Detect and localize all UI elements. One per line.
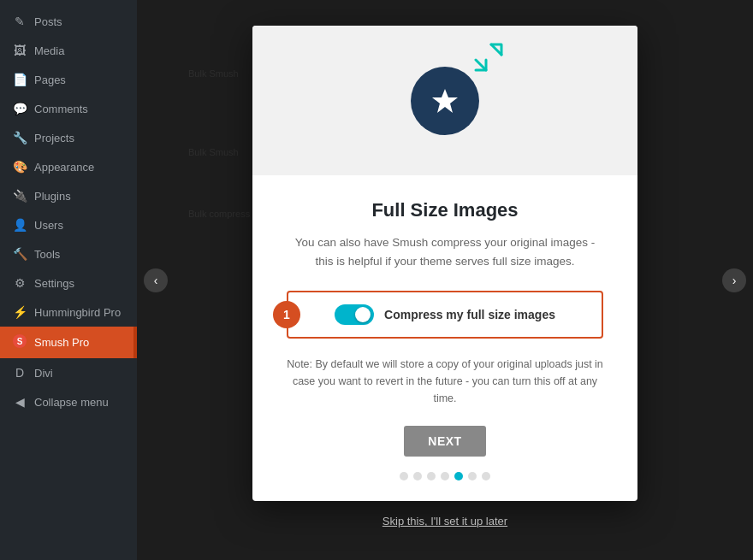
sidebar-item-media[interactable]: 🖼 Media: [0, 36, 137, 65]
sidebar-item-label: Projects: [34, 132, 74, 144]
sidebar-item-posts[interactable]: ✎ Posts: [0, 7, 137, 36]
main-content: Bulk Smush Bulk Smush Bulk compress imag…: [137, 0, 753, 560]
settings-icon: ⚙: [12, 276, 27, 290]
sidebar: ✎ Posts 🖼 Media 📄 Pages 💬 Comments 🔧 Pro…: [0, 0, 137, 560]
toggle-track[interactable]: [335, 304, 374, 325]
collapse-icon: ◀: [12, 395, 27, 409]
compress-toggle[interactable]: [335, 304, 374, 325]
svg-line-3: [491, 44, 501, 55]
sidebar-item-divi[interactable]: D Divi: [0, 358, 137, 387]
toggle-thumb: [355, 307, 371, 322]
plugins-icon: 🔌: [12, 189, 27, 203]
sidebar-item-label: Posts: [34, 15, 62, 28]
step-badge: 1: [273, 301, 300, 328]
progress-dot-2[interactable]: [413, 472, 422, 480]
pages-icon: 📄: [12, 73, 27, 86]
sidebar-item-appearance[interactable]: 🎨 Appearance: [0, 152, 137, 181]
next-arrow[interactable]: ›: [722, 268, 746, 292]
sidebar-item-label: Hummingbird Pro: [34, 306, 121, 319]
modal-title: Full Size Images: [287, 199, 603, 221]
projects-icon: 🔧: [12, 131, 27, 144]
sidebar-item-plugins[interactable]: 🔌 Plugins: [0, 181, 137, 210]
sidebar-item-collapse-menu[interactable]: ◀ Collapse menu: [0, 387, 137, 416]
progress-dot-3[interactable]: [427, 472, 436, 480]
modal-overlay: ‹ ›: [137, 0, 753, 560]
setup-modal: Full Size Images You can also have Smush…: [252, 26, 637, 501]
sidebar-item-label: Tools: [34, 248, 60, 261]
modal-body: Full Size Images You can also have Smush…: [252, 175, 637, 501]
prev-arrow[interactable]: ‹: [144, 268, 168, 292]
progress-dot-7[interactable]: [482, 472, 490, 480]
svg-text:S: S: [17, 337, 23, 346]
sidebar-item-pages[interactable]: 📄 Pages: [0, 65, 137, 94]
progress-dot-1[interactable]: [400, 472, 408, 480]
progress-dots: [287, 472, 603, 480]
sidebar-item-label: Users: [34, 219, 63, 232]
divi-icon: D: [12, 366, 27, 380]
sidebar-item-users[interactable]: 👤 Users: [0, 210, 137, 239]
sidebar-item-label: Divi: [34, 367, 53, 380]
hummingbird-icon: ⚡: [12, 305, 27, 319]
sidebar-item-label: Appearance: [34, 161, 94, 174]
svg-marker-2: [432, 89, 458, 113]
progress-dot-5[interactable]: [454, 472, 463, 480]
toggle-row: 1 Compress my full size images: [287, 291, 603, 339]
progress-dot-4[interactable]: [441, 472, 449, 480]
sidebar-item-label: Collapse menu: [34, 396, 109, 409]
smush-icon: S: [12, 334, 27, 351]
toggle-label: Compress my full size images: [384, 308, 555, 321]
sidebar-item-label: Settings: [34, 277, 74, 290]
sidebar-item-settings[interactable]: ⚙ Settings: [0, 268, 137, 298]
header-icon-circle: [411, 67, 479, 135]
sidebar-item-smush-pro[interactable]: S Smush Pro: [0, 327, 137, 358]
media-icon: 🖼: [12, 44, 27, 57]
modal-header: [252, 26, 637, 175]
sidebar-item-label: Pages: [34, 74, 66, 86]
sidebar-item-tools[interactable]: 🔨 Tools: [0, 239, 137, 268]
progress-dot-6[interactable]: [468, 472, 477, 480]
comments-icon: 💬: [12, 102, 27, 115]
next-button[interactable]: NEXT: [404, 426, 485, 457]
sidebar-item-hummingbird-pro[interactable]: ⚡ Hummingbird Pro: [0, 298, 137, 327]
arrow-in-icon: [474, 43, 503, 75]
sidebar-item-label: Plugins: [34, 190, 71, 203]
appearance-icon: 🎨: [12, 160, 27, 174]
sidebar-item-comments[interactable]: 💬 Comments: [0, 94, 137, 123]
svg-line-4: [476, 60, 486, 70]
modal-note: Note: By default we will store a copy of…: [287, 356, 603, 407]
modal-description: You can also have Smush compress your or…: [287, 233, 603, 270]
skip-link[interactable]: Skip this, I'll set it up later: [382, 515, 507, 528]
sidebar-item-label: Media: [34, 44, 64, 57]
sidebar-item-projects[interactable]: 🔧 Projects: [0, 123, 137, 152]
tools-icon: 🔨: [12, 247, 27, 261]
sidebar-item-label: Comments: [34, 103, 88, 115]
posts-icon: ✎: [12, 15, 27, 28]
users-icon: 👤: [12, 218, 27, 232]
sidebar-item-label: Smush Pro: [34, 336, 89, 349]
